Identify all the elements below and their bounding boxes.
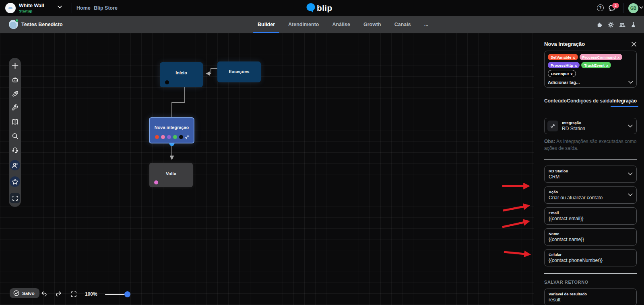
menubar-icons [596,16,637,33]
top-bar: White Wall Startup Home Blip Store blip … [0,0,644,16]
org-logo[interactable] [5,3,16,13]
builder-toolbox [9,58,21,207]
node-volta[interactable]: Volta [149,163,193,187]
tag-dot [173,135,177,139]
block-settings-panel: Nova integração SetVariablex ProcessComm… [534,33,644,305]
support-headset-icon[interactable] [11,146,19,154]
input-celular[interactable]: Celular {{contact.phoneNumber}} [544,249,637,266]
select-acao[interactable]: Ação Criar ou atualizar contato [544,186,637,204]
edge-excecoes-to-inicio[interactable] [206,68,217,74]
bot-chevron-down-icon[interactable] [53,24,57,26]
chevron-down-icon[interactable] [628,81,633,84]
integration-select[interactable]: Integração RD Station [544,118,637,134]
node-label: Nova integração [150,125,194,130]
tag-pill-setvariable[interactable]: SetVariablex [548,54,578,60]
tab-builder[interactable]: Builder [258,16,275,33]
experiments-flask-icon[interactable] [630,21,637,28]
nav-blip-store[interactable]: Blip Store [94,5,118,11]
save-return-heading: SALVAR RETORNO [544,280,637,285]
edge-inicio-to-nova[interactable] [172,87,185,117]
select-value: Criar ou atualizar contato [549,195,626,201]
redo-icon[interactable] [55,291,62,298]
chevron-down-icon[interactable] [628,125,633,128]
tags-box[interactable]: SetVariablex ProcessCommandx ProcessHttp… [544,51,637,88]
app-root: White Wall Startup Home Blip Store blip … [0,0,644,305]
connections-layer [0,33,534,305]
node-excecoes[interactable]: Exceções [217,61,261,82]
search-icon[interactable] [11,132,19,140]
tab-more[interactable]: ... [424,16,428,33]
menu-bar: Testes Benedicto Builder Atendimento Aná… [0,16,644,33]
add-block-plus-icon[interactable] [11,61,19,70]
org-chevron-down-icon[interactable] [58,6,62,8]
tag-pill-trackevent[interactable]: TrackEventx [581,62,611,68]
tab-canais[interactable]: Canais [394,16,411,33]
settings-gear-icon[interactable] [607,21,614,28]
tag-remove-icon[interactable]: x [575,63,577,68]
favorites-star-icon[interactable] [10,176,20,187]
node-inicio[interactable]: Início [160,62,203,87]
fit-screen-icon[interactable] [70,291,77,298]
blip-logo-text: blip [317,3,332,13]
team-users-icon[interactable] [619,21,625,28]
tab-conteudo[interactable]: Conteúdo [544,98,567,107]
wrench-icon[interactable] [11,104,19,112]
add-tag-input[interactable]: Adicionar tag... [548,80,580,85]
input-email[interactable]: Email {{contact.email}} [544,207,637,225]
undo-icon[interactable] [40,291,47,298]
org-logo-mark [8,7,12,9]
blip-logo[interactable]: blip [306,3,332,13]
zoom-slider-knob[interactable] [124,291,130,297]
topbar-divider [72,3,72,13]
docs-book-icon[interactable] [11,118,19,126]
tag-dot [179,135,183,139]
node-condition-dot[interactable] [165,80,169,84]
zoom-slider[interactable] [105,291,130,297]
rocket-icon[interactable] [11,90,19,98]
save-status-button[interactable]: Salvo [10,288,39,298]
input-value[interactable]: {{contact.email}} [549,216,626,221]
bot-robot-icon[interactable] [11,76,19,84]
input-result-variable[interactable]: Variavel de resultado result [544,289,637,305]
contacts-person-heart-icon[interactable] [10,160,20,170]
input-label: Nome [549,231,626,236]
org-plan-badge: Startup [19,9,32,13]
input-value[interactable]: {{contact.name}} [549,237,626,242]
tab-atendimento[interactable]: Atendimento [288,16,319,33]
node-nova-integracao[interactable]: Nova integração [149,117,194,143]
flow-canvas[interactable]: Início Exceções Nova integração Volta [0,33,534,305]
close-icon[interactable] [631,41,637,47]
chevron-down-icon[interactable] [628,193,633,197]
input-nome[interactable]: Nome {{contact.name}} [544,228,637,246]
select-label: Ação [549,190,626,194]
tab-analise[interactable]: Análise [332,16,350,33]
node-label: Volta [149,171,193,176]
node-condition-dot[interactable] [154,180,158,184]
input-value[interactable]: result [549,297,626,303]
user-chevron-down-icon[interactable] [639,6,643,9]
check-circle-icon [13,290,20,297]
tag-remove-icon[interactable]: x [606,63,608,68]
tag-dot [155,135,159,139]
select-rd-station[interactable]: RD Station CRM [544,166,637,183]
tag-remove-icon[interactable]: x [617,55,619,59]
tag-pill-userinput[interactable]: UserInputx [548,70,576,77]
tag-remove-icon[interactable]: x [573,55,575,59]
nav-home[interactable]: Home [76,5,91,11]
chevron-down-icon[interactable] [628,172,633,176]
notification-badge: 2 [612,3,619,8]
tab-integracao[interactable]: Integração [612,98,637,107]
tag-pill-processhttp[interactable]: ProcessHttpx [548,62,580,68]
plugins-puzzle-icon[interactable] [596,21,603,28]
help-button[interactable]: ? [597,4,604,11]
integration-plug-icon [184,134,190,140]
tag-remove-icon[interactable]: x [570,72,572,76]
tag-pill-processcommand[interactable]: ProcessCommandx [580,54,623,60]
user-avatar[interactable]: GB [628,3,638,13]
integration-plug-icon [547,121,558,131]
tab-growth[interactable]: Growth [363,16,381,33]
integration-note: Obs: As integrações são executadas como … [544,138,637,152]
tab-condicoes-saida[interactable]: Condições de saída [567,98,612,107]
fit-screen-icon[interactable] [10,193,20,203]
input-value[interactable]: {{contact.phoneNumber}} [549,258,626,263]
